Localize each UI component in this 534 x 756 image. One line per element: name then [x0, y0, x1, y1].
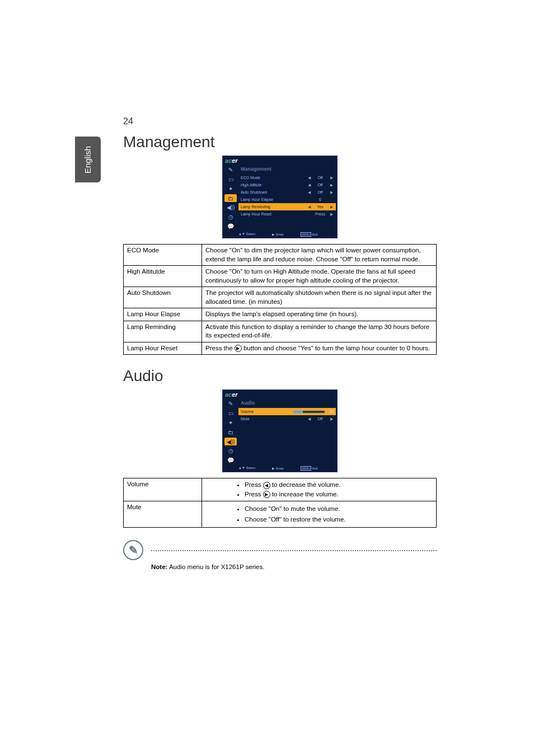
image-icon: ▭: [224, 409, 237, 417]
right-arrow-icon: ▶: [263, 491, 270, 498]
osd-reset-label: Lamp Hour Reset: [241, 212, 307, 216]
osd-brand-logo: acer: [225, 391, 238, 398]
vol-dec-pre: Press: [245, 481, 263, 488]
language-tab: English: [75, 137, 101, 182]
page-number: 24: [123, 116, 133, 126]
mute-off-text: Choose "Off" to restore the volume.: [245, 515, 433, 524]
note-text: Note: Audio menu is for X1261P series.: [151, 564, 437, 570]
osd-brand-logo: acer: [225, 157, 238, 164]
cell-reminding-label: Lamp Reminding: [124, 321, 202, 342]
row-lamp-reset: Lamp Hour Reset Press the ▶ button and c…: [124, 342, 437, 355]
osd-footer-menu: MENU: [301, 232, 311, 237]
cell-reset-desc: Press the ▶ button and choose "Yes" to t…: [202, 342, 437, 355]
osd-sidebar: ✎ ▭ ✦ 🗀 ◀)) ◷ 💬: [223, 165, 238, 231]
page-content: Management acer ✎ ▭ ✦ 🗀 ◀)) ◷ 💬 Manageme…: [123, 133, 437, 570]
row-lamp-reminding: Lamp Reminding Activate this function to…: [124, 321, 437, 342]
right-arrow-icon: ▶: [235, 345, 242, 352]
osd-reminding-value: Yes: [311, 205, 329, 209]
vol-dec-post: to decrease the volume.: [270, 481, 341, 488]
cell-volume-label: Volume: [124, 478, 202, 501]
osd-volume-value: 25: [325, 410, 334, 414]
cell-altitude-label: High Altitutde: [124, 266, 202, 287]
image-icon: ▭: [224, 175, 237, 184]
cell-mute-desc: Choose "On" to mute the volume. Choose "…: [202, 501, 437, 528]
osd-row-elapse: Lamp Hour Elapse0: [238, 196, 336, 203]
left-arrow-icon: ◀: [263, 482, 270, 489]
language-icon: 💬: [224, 456, 237, 464]
cell-volume-desc: Press ◀ to decrease the volume. Press ▶ …: [202, 478, 437, 501]
setting-icon: ✦: [224, 185, 237, 193]
timer-icon: ◷: [224, 447, 237, 455]
row-lamp-elapse: Lamp Hour Elapse Displays the lamp's ela…: [124, 308, 437, 321]
volume-slider: [293, 411, 325, 413]
audio-table: Volume Press ◀ to decrease the volume. P…: [123, 478, 437, 528]
mute-on-text: Choose "On" to mute the volume.: [245, 505, 433, 514]
language-label: English: [83, 145, 93, 173]
cell-altitude-desc: Choose "On" to turn on High Altitude mod…: [202, 266, 437, 287]
osd-row-volume: Volume 25: [238, 408, 336, 415]
osd-panel-title: Management: [238, 165, 336, 174]
cell-shutdown-desc: The projector will automatically shutdow…: [202, 287, 437, 308]
vol-inc-pre: Press: [245, 491, 263, 497]
audio-osd-screenshot: acer ✎ ▭ ✦ 🗀 ◀)) ◷ 💬 Audio Volume 25 Mut…: [222, 389, 338, 472]
osd-mute-label: Mute: [241, 417, 307, 421]
osd-footer-select: Select: [246, 466, 256, 469]
osd-main-panel: Management ECO Mode◀Off▶ High Altitute◀O…: [238, 165, 336, 218]
osd-reset-value: Press: [311, 212, 329, 216]
osd-panel-title: Audio: [238, 399, 336, 408]
osd-footer: ▲▼ Select ▶ Enter MENU Exit: [238, 466, 335, 471]
row-high-altitude: High Altitutde Choose "On" to turn on Hi…: [124, 266, 437, 287]
osd-row-reminding: Lamp Reminding◀Yes▶: [238, 203, 336, 210]
color-icon: ✎: [224, 400, 237, 408]
osd-elapse-label: Lamp Hour Elapse: [241, 198, 307, 201]
language-icon: 💬: [224, 222, 237, 231]
cell-shutdown-label: Auto Shutdown: [124, 287, 202, 308]
osd-shutdown-value: Off: [311, 190, 329, 194]
note-divider-row: ✎: [123, 540, 437, 560]
note-icon: ✎: [123, 540, 143, 560]
osd-altitude-value: Off: [311, 183, 329, 187]
osd-footer-exit: Exit: [312, 467, 318, 470]
cell-elapse-label: Lamp Hour Elapse: [124, 308, 202, 321]
management-icon: 🗀: [224, 428, 237, 436]
cell-elapse-desc: Displays the lamp's elapsed operating ti…: [202, 308, 437, 321]
osd-eco-label: ECO Mode: [241, 176, 307, 180]
setting-icon: ✦: [224, 419, 237, 427]
timer-icon: ◷: [224, 213, 237, 221]
osd-footer-menu: MENU: [301, 466, 311, 471]
osd-footer: ▲▼ Select ▶ Enter MENU Exit: [238, 232, 335, 237]
audio-icon: ◀)): [224, 203, 237, 212]
dotted-divider: [151, 550, 437, 551]
management-icon: 🗀: [224, 194, 237, 203]
row-volume: Volume Press ◀ to decrease the volume. P…: [124, 478, 437, 501]
osd-footer-enter: Enter: [276, 467, 284, 470]
cell-reset-label: Lamp Hour Reset: [124, 342, 202, 355]
management-heading: Management: [123, 133, 437, 151]
osd-volume-label: Volume: [241, 410, 293, 414]
osd-mute-value: Off: [311, 417, 329, 421]
osd-footer-select: Select: [246, 232, 256, 236]
cell-reminding-desc: Activate this function to display a remi…: [202, 321, 437, 342]
cell-mute-label: Mute: [124, 501, 202, 528]
osd-row-altitude: High Altitute◀Off▶: [238, 181, 336, 189]
osd-row-eco: ECO Mode◀Off▶: [238, 174, 336, 181]
osd-row-mute: Mute◀Off▶: [238, 415, 336, 422]
audio-icon: ◀)): [224, 438, 237, 446]
osd-main-panel: Audio Volume 25 Mute◀Off▶: [238, 399, 336, 422]
row-eco-mode: ECO Mode Choose "On" to dim the projecto…: [124, 245, 437, 266]
cell-eco-desc: Choose "On" to dim the projector lamp wh…: [202, 245, 437, 266]
osd-row-shutdown: Auto Shutdown◀Off▶: [238, 189, 336, 196]
vol-inc-post: to increase the volume.: [270, 491, 339, 497]
osd-shutdown-label: Auto Shutdown: [241, 190, 307, 194]
cell-eco-label: ECO Mode: [124, 245, 202, 266]
osd-footer-enter: Enter: [276, 233, 284, 236]
osd-row-reset: Lamp Hour ResetPress▶: [238, 210, 336, 218]
row-auto-shutdown: Auto Shutdown The projector will automat…: [124, 287, 437, 308]
osd-elapse-value: 0: [311, 198, 329, 201]
osd-eco-value: Off: [311, 176, 329, 180]
management-table: ECO Mode Choose "On" to dim the projecto…: [123, 244, 437, 355]
note-body: Audio menu is for X1261P series.: [167, 564, 264, 570]
osd-altitude-label: High Altitute: [241, 183, 307, 187]
reset-desc-pre: Press the: [205, 345, 235, 351]
reset-desc-post: button and choose "Yes" to turn the lamp…: [242, 345, 430, 351]
